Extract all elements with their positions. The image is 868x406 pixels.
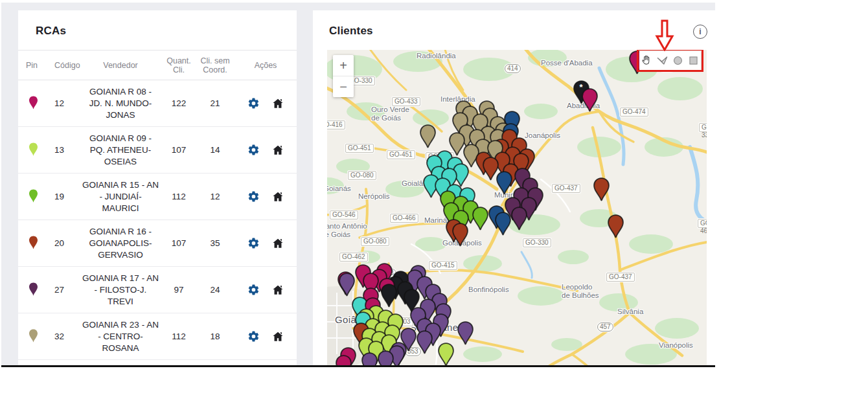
rcas-panel-title: RCAs (18, 10, 297, 38)
drawing-toolbar (639, 51, 701, 70)
settings-gear-icon[interactable] (247, 97, 260, 110)
table-row: 20GOIANIA R 16 - GOIANAPOLIS- GERVASIO10… (18, 220, 297, 267)
client-map-pin[interactable] (437, 343, 455, 365)
rca-quant-cli: 107 (162, 238, 196, 248)
client-map-pin[interactable] (335, 355, 352, 365)
rca-vendedor: GOIANIA R 08 - JD. N. MUNDO- JONAS (79, 86, 162, 121)
home-icon[interactable] (271, 284, 284, 297)
rca-codigo: 19 (47, 192, 79, 201)
map-place-label: Silvânia (617, 308, 643, 316)
rca-codigo: 13 (47, 145, 79, 155)
road-badge: GO-462 (339, 253, 368, 262)
clientes-panel: Clientes i (313, 10, 716, 365)
road-badge: GO-451 (387, 150, 415, 159)
map-place-label: Radiolândia (417, 52, 456, 60)
road-badge: GO-080 (348, 171, 376, 180)
client-map-pin[interactable] (457, 321, 474, 348)
settings-gear-icon[interactable] (247, 144, 260, 157)
rca-cli-sem-coord: 18 (196, 332, 234, 341)
rca-cli-sem-coord: 24 (196, 285, 234, 295)
rca-cli-sem-coord: 14 (196, 145, 234, 155)
map-place-label: Goianás (327, 185, 351, 193)
client-map-pin[interactable] (581, 88, 599, 115)
rca-codigo: 20 (47, 238, 79, 248)
table-row: 13GOIANIA R 09 - PQ. ATHENEU- OSEIAS1071… (18, 127, 297, 174)
road-badge: GO-474 (620, 107, 648, 117)
settings-gear-icon[interactable] (247, 237, 260, 250)
road-badge: 414 (505, 64, 521, 73)
draw-circle-icon[interactable] (671, 54, 684, 67)
road-badge: GO-437 (552, 184, 580, 193)
map-place-label: Ouro Verde de Goiás (371, 106, 409, 122)
rca-quant-cli: 107 (162, 145, 196, 155)
col-header-vendedor: Vendedor (79, 61, 162, 70)
settings-gear-icon[interactable] (247, 284, 260, 297)
client-map-pin[interactable] (416, 330, 433, 357)
client-map-pin[interactable] (419, 124, 437, 151)
map-place-label: Joanápolis (525, 131, 560, 140)
table-row: 12GOIANIA R 08 - JD. N. MUNDO- JONAS1222… (18, 80, 297, 127)
rca-vendedor: GOIANIA R 09 - PQ. ATHENEU- OSEIAS (79, 133, 162, 168)
rca-codigo: 32 (47, 332, 79, 341)
settings-gear-icon[interactable] (247, 190, 260, 203)
client-map-pin[interactable] (607, 214, 624, 241)
client-map-pin[interactable] (338, 273, 356, 299)
client-map-pin[interactable] (472, 207, 489, 233)
road-badge: GO-462 (698, 219, 707, 228)
draw-rectangle-icon[interactable] (687, 54, 700, 67)
col-header-pin: Pin (18, 61, 47, 70)
road-badge: GO-433 (392, 97, 420, 106)
road-badge: GO-466 (390, 214, 418, 223)
home-icon[interactable] (271, 144, 284, 157)
rca-quant-cli: 97 (162, 285, 196, 295)
rca-quant-cli: 112 (162, 332, 196, 341)
client-map-pin[interactable] (496, 171, 513, 197)
rca-pin-icon (18, 236, 47, 251)
rca-pin-icon (18, 282, 47, 298)
map-place-label: Santo Antônio de Goiás (327, 222, 367, 239)
draw-polygon-icon[interactable] (656, 54, 669, 67)
pan-hand-icon[interactable] (641, 54, 654, 67)
map-zoom-control: + − (333, 55, 354, 97)
rca-codigo: 27 (47, 285, 79, 295)
map-place-label: Vianópolis (659, 341, 693, 350)
col-header-cli-sem-coord: Cli. sem Coord. (196, 56, 234, 74)
client-map-pin[interactable] (377, 350, 394, 365)
rca-vendedor: GOIANIA R 17 - AN - FILOSTO-J. TREVI (79, 273, 162, 308)
rca-pin-icon (18, 329, 47, 344)
client-map-pin[interactable] (593, 177, 610, 204)
table-row: 19GOIANIA R 15 - AN - JUNDIAÍ- MAURICI11… (18, 174, 297, 220)
info-icon[interactable]: i (693, 25, 707, 39)
client-map-pin[interactable] (451, 223, 469, 249)
zoom-in-button[interactable]: + (333, 55, 354, 76)
client-map-pin[interactable] (510, 207, 528, 233)
home-icon[interactable] (271, 190, 284, 203)
table-body: 12GOIANIA R 08 - JD. N. MUNDO- JONAS1222… (18, 80, 297, 360)
clientes-panel-title: Clientes (313, 10, 716, 38)
home-icon[interactable] (271, 97, 284, 110)
rca-quant-cli: 122 (162, 98, 196, 108)
table-header-row: Pin Código Vendedor Quant. Cli. Cli. sem… (18, 51, 297, 80)
home-icon[interactable] (271, 330, 284, 343)
road-badge: GO-330 (699, 123, 707, 132)
rca-pin-icon (18, 96, 47, 111)
road-badge: GO-437 (606, 273, 635, 282)
page: RCAs Pin Código Vendedor Quant. Cli. Cli… (0, 0, 868, 406)
rca-pin-icon (18, 142, 47, 158)
col-header-acoes: Ações (234, 61, 297, 70)
zoom-out-button[interactable]: − (333, 76, 354, 97)
map-place-label: Leopoldo de Bulhões (562, 283, 599, 300)
rca-cli-sem-coord: 35 (196, 238, 234, 248)
map-canvas[interactable]: RadiolândiaPosse d'AbadiaInterlândiaOuro… (327, 50, 707, 365)
client-map-pin[interactable] (361, 352, 378, 365)
road-badge: GO-451 (345, 144, 374, 153)
rca-pin-icon (18, 189, 47, 205)
app-background: RCAs Pin Código Vendedor Quant. Cli. Cli… (1, 3, 715, 367)
rca-cli-sem-coord: 12 (196, 192, 234, 201)
road-badge: GO-330 (523, 238, 551, 247)
home-icon[interactable] (271, 237, 284, 250)
client-map-pin[interactable] (494, 212, 512, 238)
table-row: 27GOIANIA R 17 - AN - FILOSTO-J. TREVI97… (18, 267, 297, 313)
road-badge: GO-415 (429, 261, 457, 270)
settings-gear-icon[interactable] (247, 330, 260, 343)
